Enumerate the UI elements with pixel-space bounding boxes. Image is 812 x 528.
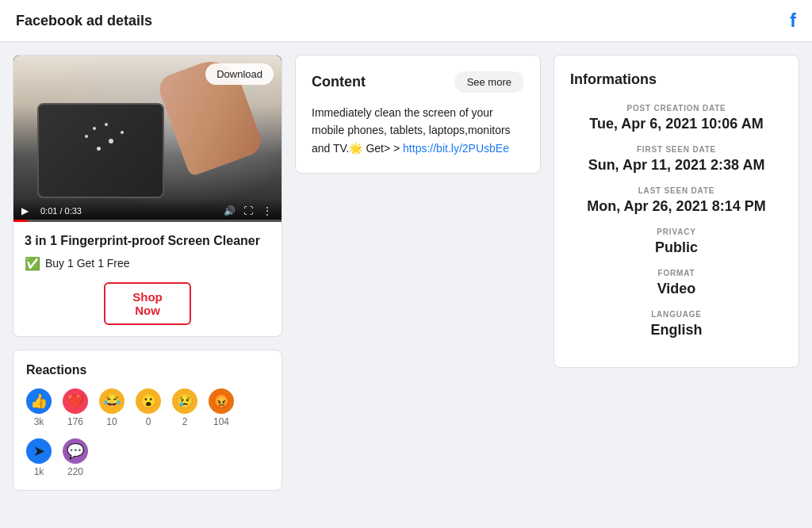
info-value-privacy: Public [570,239,783,256]
play-button[interactable]: ▶ [21,205,34,217]
info-label-first_seen_date: FIRST SEEN DATE [570,145,783,154]
sad-count: 2 [182,416,188,427]
share-count: 1k [34,466,44,477]
info-field-language: LANGUAGEEnglish [570,310,783,339]
product-title: 3 in 1 Fingerprint-proof Screen Cleaner [25,233,270,250]
download-button[interactable]: Download [205,63,274,85]
love-count: 176 [67,416,83,427]
info-value-format: Video [570,281,783,297]
love-emoji: ❤️ [63,388,88,414]
info-value-post_creation_date: Tue, Apr 6, 2021 10:06 AM [570,116,783,132]
info-field-post_creation_date: POST CREATION DATETue, Apr 6, 2021 10:06… [570,104,783,132]
info-field-last_seen_date: LAST SEEN DATEMon, Apr 26, 2021 8:14 PM [570,186,783,215]
drop [121,131,124,134]
water-drops [77,119,140,166]
reactions-title: Reactions [26,363,269,377]
drop [93,127,96,130]
reactions-card: Reactions 👍3k❤️176😂10😮0😢2😡104➤1k💬220 [13,350,282,491]
info-label-language: LANGUAGE [570,310,783,319]
message-emoji: 💬 [63,438,88,464]
drop [85,135,88,138]
content-heading: Content [312,74,366,90]
info-column: Informations POST CREATION DATETue, Apr … [553,55,799,491]
info-value-language: English [570,322,783,339]
message-count: 220 [67,466,83,477]
drop [97,147,101,151]
reaction-item-angry: 😡104 [209,388,234,427]
content-card: Content See more Immediately clean the s… [295,55,541,174]
info-label-post_creation_date: POST CREATION DATE [570,104,783,113]
haha-count: 10 [106,416,117,427]
content-header: Content See more [312,71,524,93]
info-field-format: FORMATVideo [570,269,783,297]
share-emoji: ➤ [26,438,52,464]
info-fields: POST CREATION DATETue, Apr 6, 2021 10:06… [570,104,783,339]
info-card: Informations POST CREATION DATETue, Apr … [553,55,799,368]
reaction-item-message: 💬220 [63,438,88,477]
more-button[interactable]: ⋮ [261,205,274,216]
content-column: Content See more Immediately clean the s… [295,55,541,491]
reaction-item-like: 👍3k [26,388,52,427]
info-label-format: FORMAT [570,269,783,277]
content-text: Immediately clean the screen of your mob… [312,104,524,157]
angry-emoji: 😡 [209,388,234,414]
info-title: Informations [570,71,783,88]
info-value-first_seen_date: Sun, Apr 11, 2021 2:38 AM [570,157,783,174]
info-value-last_seen_date: Mon, Apr 26, 2021 8:14 PM [570,198,783,215]
reaction-item-wow: 😮0 [136,388,161,427]
angry-count: 104 [213,416,229,427]
haha-emoji: 😂 [99,388,124,414]
reaction-item-share: ➤1k [26,438,52,477]
time-display: 0:01 / 0:33 [40,206,82,216]
wow-emoji: 😮 [136,388,161,414]
like-count: 3k [34,416,44,427]
offer-emoji: ✅ [25,256,40,271]
reaction-item-haha: 😂10 [99,388,124,427]
volume-button[interactable]: 🔊 [223,205,236,216]
reaction-item-love: ❤️176 [63,388,88,427]
main-content: Download ▶ 0:01 / 0:33 🔊 ⛶ ⋮ 3 in 1 Fing… [0,42,812,503]
reaction-item-sad: 😢2 [172,388,197,427]
sad-emoji: 😢 [172,388,197,414]
like-emoji: 👍 [26,388,52,414]
see-more-button[interactable]: See more [454,71,524,93]
fullscreen-button[interactable]: ⛶ [242,205,255,216]
facebook-icon: f [790,10,796,32]
page-title: Facebook ad details [16,13,152,29]
info-field-privacy: PRIVACYPublic [570,228,783,256]
progress-fill [13,220,27,222]
ad-preview-column: Download ▶ 0:01 / 0:33 🔊 ⛶ ⋮ 3 in 1 Fing… [13,55,282,491]
page-header: Facebook ad details f [0,0,812,42]
info-label-privacy: PRIVACY [570,228,783,236]
video-container[interactable]: Download ▶ 0:01 / 0:33 🔊 ⛶ ⋮ [13,55,282,222]
reactions-row: 👍3k❤️176😂10😮0😢2😡104➤1k💬220 [26,388,269,477]
offer-text: Buy 1 Get 1 Free [45,257,130,270]
info-label-last_seen_date: LAST SEEN DATE [570,186,783,195]
info-field-first_seen_date: FIRST SEEN DATESun, Apr 11, 2021 2:38 AM [570,145,783,174]
progress-bar[interactable] [13,220,282,222]
content-link[interactable]: https://bit.ly/2PUsbEe [403,142,509,155]
shop-now-button[interactable]: Shop Now [104,282,191,325]
video-controls: ▶ 0:01 / 0:33 🔊 ⛶ ⋮ [13,198,282,222]
ad-card: Download ▶ 0:01 / 0:33 🔊 ⛶ ⋮ 3 in 1 Fing… [13,55,282,337]
ad-body: 3 in 1 Fingerprint-proof Screen Cleaner … [13,222,282,336]
ad-offer: ✅ Buy 1 Get 1 Free [25,256,270,271]
drop [109,139,113,143]
drop [105,123,108,126]
wow-count: 0 [146,416,151,427]
